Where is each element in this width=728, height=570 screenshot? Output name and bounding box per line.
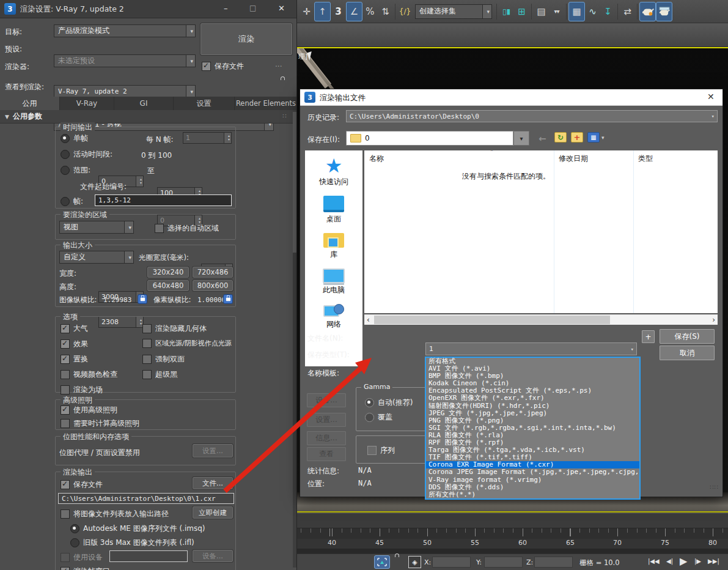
range-radio[interactable]: 范围: — [61, 165, 90, 176]
sidebar-item-desktop[interactable]: 桌面 — [305, 196, 362, 224]
preset-800x600-button[interactable]: 800x600 — [193, 280, 233, 291]
format-option[interactable]: 所有格式 — [426, 358, 639, 365]
option-render-hidden[interactable]: 渲染隐藏几何体 — [142, 324, 207, 334]
go-to-end-button[interactable]: ▶▶| — [708, 558, 719, 564]
material-editor-icon[interactable]: ▦ — [568, 2, 585, 21]
view-button[interactable]: 查看 — [307, 447, 346, 461]
put-image-list-toggle[interactable]: 将图像文件列表放入输出路径 — [61, 509, 169, 519]
format-option[interactable]: 所有文件(*.*) — [426, 491, 639, 498]
column-header-date[interactable]: 修改日期 — [559, 154, 588, 164]
imsq-radio[interactable]: Autodesk ME 图像序列文件 (.imsq) — [70, 524, 205, 534]
play-button[interactable]: ▶ — [680, 555, 687, 567]
preset-dropdown[interactable]: 未选定预设 — [54, 54, 196, 67]
timeline[interactable]: 40 45 50 55 60 65 70 75 80 — [297, 514, 728, 553]
next-frame-button[interactable]: |▶ — [694, 558, 701, 564]
device-button[interactable]: 设备... — [193, 550, 233, 562]
format-option[interactable]: PNG 图像文件 (*.png) — [426, 417, 639, 424]
preset-640x480-button[interactable]: 640x480 — [147, 280, 189, 291]
area-mode-dropdown[interactable]: 视图 — [59, 221, 134, 234]
image-aspect-lock-icon[interactable] — [138, 294, 147, 304]
angle-snap-icon[interactable]: ∠ — [346, 2, 362, 21]
target-dropdown[interactable]: 产品级渲染模式 — [54, 24, 196, 37]
scroll-right-icon[interactable]: › — [712, 316, 715, 324]
back-icon[interactable]: ← — [539, 133, 546, 144]
percent-snap-icon[interactable]: % — [362, 2, 378, 21]
output-file-button[interactable]: 文件... — [193, 477, 233, 489]
selection-set-dropdown[interactable]: 创建选择集 — [415, 4, 492, 19]
sidebar-item-network[interactable]: 网络 — [305, 304, 362, 330]
save-in-arrow-button[interactable]: ▾ — [513, 131, 529, 146]
sidebar-item-quick-access[interactable]: ★ 快速访问 — [305, 157, 362, 187]
previous-frame-button[interactable]: ◀| — [666, 558, 673, 564]
spinner-snap-icon[interactable]: ⇅ — [378, 2, 393, 21]
active-segment-radio[interactable]: 活动时间段: — [61, 149, 112, 160]
save-file-checkbox[interactable] — [202, 62, 211, 71]
option-atmosphere[interactable]: 大气 — [61, 324, 88, 334]
info-button[interactable]: 信息... — [307, 431, 346, 445]
tab-settings[interactable]: 设置 — [174, 97, 235, 110]
import-down-icon[interactable]: ↧ — [600, 2, 616, 21]
option-displacement[interactable]: 置换 — [61, 354, 88, 365]
align-icon[interactable]: ⊞ — [514, 2, 529, 21]
close-button[interactable]: ✕ — [278, 4, 285, 13]
schematic-view-icon[interactable]: ⇄ — [620, 2, 635, 21]
file-list-hscrollbar[interactable]: ‹ › — [364, 314, 718, 325]
format-option[interactable]: 辐射图像文件(HDRI) (*.hdr,*.pic) — [426, 402, 639, 410]
select-move-icon[interactable]: ✛ — [299, 2, 314, 21]
format-option[interactable]: RPF 图像文件 (*.rpf) — [426, 439, 639, 446]
render-setup-icon[interactable] — [639, 2, 656, 21]
format-option[interactable]: TIF 图像文件 (*.tif,*.tiff) — [426, 454, 639, 461]
format-option[interactable]: AVI 文件 (*.avi) — [426, 365, 639, 372]
format-option[interactable]: Corona JPEG Image Format (*.jpg,*.jpe,*.… — [426, 468, 639, 476]
preset-320x240-button[interactable]: 320x240 — [147, 267, 189, 278]
gamma-auto-radio[interactable]: 自动(推荐) — [365, 398, 413, 408]
compute-advanced-lighting[interactable]: 需要时计算高级照明 — [61, 418, 139, 429]
cancel-button[interactable]: 取消 — [660, 346, 715, 360]
filename-input[interactable]: 1 — [425, 342, 637, 355]
save-file-more-button[interactable]: ... — [275, 60, 282, 68]
rendered-frame-window-icon[interactable] — [656, 2, 672, 21]
format-option[interactable]: V-Ray image format (*.vrimg) — [426, 476, 639, 484]
up-one-level-icon[interactable]: ↻ — [554, 132, 567, 142]
single-frame-radio[interactable]: 单帧 — [61, 133, 88, 144]
sidebar-item-libraries[interactable]: 库 — [305, 233, 362, 260]
format-option[interactable]: Targa 图像文件 (*.tga,*.vda,*.icb,*.vst) — [426, 446, 639, 454]
render-button[interactable]: 渲染 — [200, 23, 292, 55]
scroll-left-icon[interactable]: ‹ — [367, 316, 370, 324]
frames-input[interactable]: 1,3,5-12 — [95, 194, 232, 206]
format-option[interactable]: DDS 图像文件 (*.dds) — [426, 484, 639, 491]
setup-button[interactable]: 设置... — [307, 413, 346, 427]
named-selection-sets-icon[interactable]: {∕} — [397, 2, 413, 21]
mirror-icon[interactable]: ▯▮ — [499, 2, 514, 21]
coord-y-field[interactable] — [484, 557, 523, 568]
option-super-black[interactable]: 超级黑 — [142, 369, 177, 380]
ifl-radio[interactable]: 旧版 3ds Max 图像文件列表 (.ifl) — [70, 538, 194, 548]
create-now-button[interactable]: 立即创建 — [193, 506, 233, 519]
ribbon-toggle-icon[interactable]: ▾▾ — [549, 2, 564, 21]
render-setup-titlebar[interactable]: 3 渲染设置: V-Ray 7, update 2 – □ ✕ — [0, 0, 297, 18]
dialog-close-button[interactable]: ✕ — [707, 92, 715, 102]
tab-gi[interactable]: GI — [114, 97, 174, 110]
option-force-2sided[interactable]: 强制双面 — [142, 354, 185, 365]
save-in-combo[interactable]: 0 — [346, 131, 513, 146]
column-header-type[interactable]: 类型 — [638, 154, 653, 164]
gamma-override-radio[interactable]: 覆盖 — [365, 412, 392, 423]
format-option-selected[interactable]: Corona EXR Image Format (*.cxr) — [426, 461, 639, 468]
dialog-titlebar[interactable]: 3 渲染输出文件 ✕ — [300, 89, 722, 106]
curve-editor-icon[interactable]: ∿ — [585, 2, 600, 21]
every-n-spinner[interactable]: 1 — [183, 132, 232, 144]
auto-region-toggle[interactable]: 选择的自动区域 — [155, 223, 219, 234]
format-option[interactable]: JPEG 文件 (*.jpg,*.jpe,*.jpeg) — [426, 410, 639, 417]
new-folder-icon[interactable]: + — [571, 132, 583, 142]
resize-grip-icon[interactable]: ∷∷ — [710, 484, 719, 490]
rollout-header-common-parameters[interactable]: ▼ 公用参数 ∷ — [0, 110, 297, 124]
scrollbar-thumb[interactable] — [374, 316, 610, 324]
file-list[interactable]: ˆ 名称 修改日期 类型 没有与搜索条件匹配的项。 — [364, 150, 718, 313]
renderer-dropdown[interactable]: V-Ray 7, update 2 — [54, 85, 196, 98]
rendered-frame-window-toggle[interactable]: 渲染帧窗口 — [61, 566, 110, 570]
use-device-toggle[interactable]: 使用设备 — [61, 552, 103, 563]
view-menu-arrow-icon[interactable]: ▾ — [601, 135, 605, 141]
option-area-lights[interactable]: 区域光源/阴影视作点光源 — [142, 339, 232, 348]
panel-scrollbar[interactable] — [293, 112, 296, 568]
option-video-color-check[interactable]: 视频颜色检查 — [61, 369, 117, 380]
